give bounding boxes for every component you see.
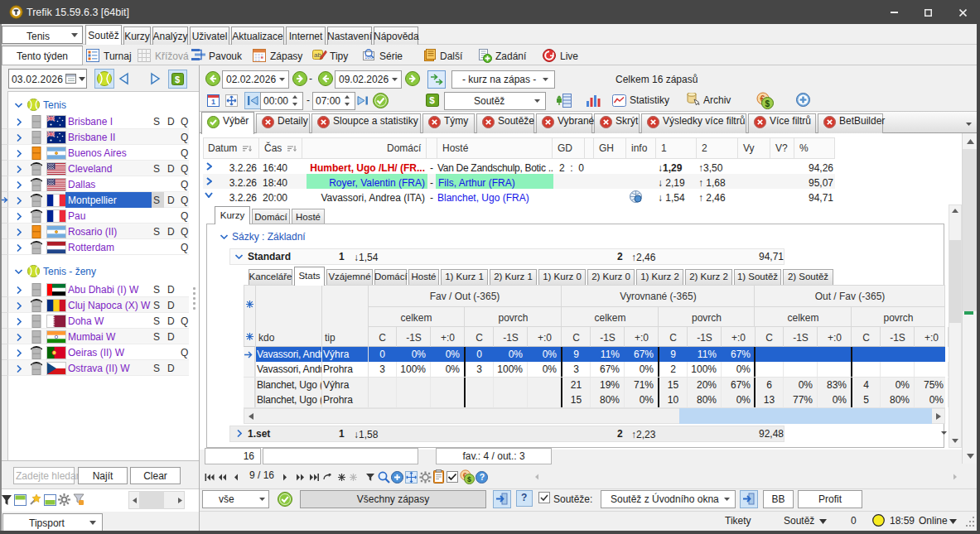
svg-text:$: $ xyxy=(467,475,471,483)
svg-text:$: $ xyxy=(429,94,435,105)
svg-text:1: 1 xyxy=(211,98,215,106)
svg-text:$: $ xyxy=(765,99,770,108)
svg-text:?: ? xyxy=(480,472,485,482)
svg-text:$: $ xyxy=(175,75,180,84)
